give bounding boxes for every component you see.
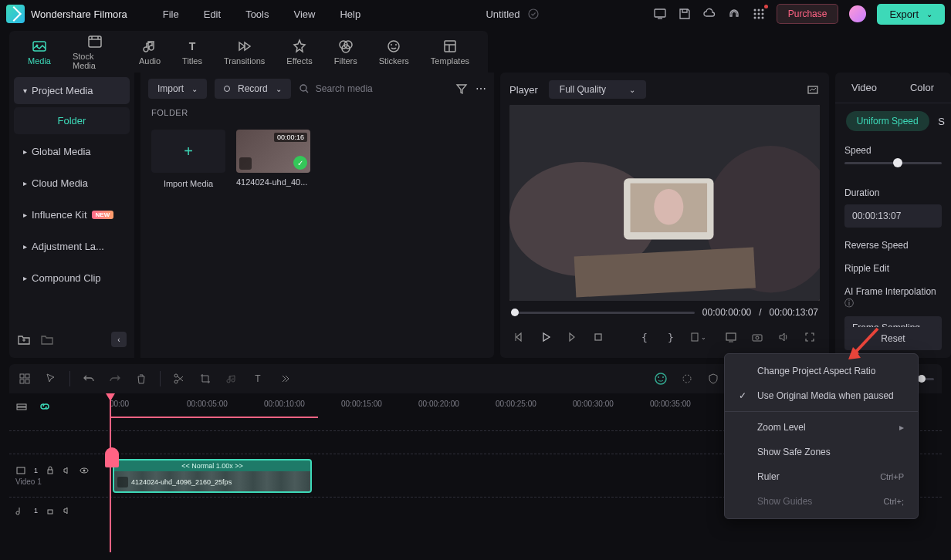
ctx-change-aspect-ratio[interactable]: Change Project Aspect Ratio — [725, 359, 918, 383]
duration-value[interactable]: 00:00:13:07 — [844, 204, 942, 228]
ctx-show-guides: Show GuidesCtrl+; — [725, 489, 918, 514]
split-icon[interactable] — [171, 371, 187, 386]
snapshot-mode-icon[interactable] — [806, 83, 820, 96]
record-dropdown[interactable]: Record⌄ — [215, 79, 291, 99]
import-media-tile[interactable]: + — [151, 130, 225, 173]
fullscreen-icon[interactable] — [800, 327, 820, 347]
timeline-add-track-icon[interactable] — [15, 400, 28, 413]
sidebar-adjustment-layer[interactable]: ▸Adjustment La... — [14, 232, 130, 261]
timeline-clip[interactable]: << Normal 1.00x >> 4124024-uhd_4096_2160… — [113, 459, 312, 493]
mark-in-button[interactable]: { — [635, 327, 655, 347]
folder-section-label: FOLDER — [140, 105, 494, 120]
layout-icon[interactable] — [17, 371, 32, 386]
tab-filters[interactable]: Filters — [323, 35, 368, 69]
import-dropdown[interactable]: Import⌄ — [148, 79, 207, 99]
shield-tool-icon[interactable] — [706, 371, 721, 386]
delete-icon[interactable] — [134, 371, 149, 386]
project-media-dropdown[interactable]: ▾Project Media — [14, 77, 130, 104]
audio-track-icon[interactable] — [15, 505, 26, 516]
display-settings-icon[interactable] — [721, 327, 741, 347]
save-icon[interactable] — [678, 7, 692, 21]
more-options-icon[interactable]: ⋯ — [476, 83, 486, 95]
more-tools-icon[interactable] — [276, 371, 292, 386]
cloud-icon[interactable] — [702, 7, 716, 21]
support-icon[interactable] — [727, 7, 741, 21]
document-title[interactable]: Untitled — [486, 8, 519, 20]
tab-transitions[interactable]: Transitions — [213, 35, 276, 69]
tab-video[interactable]: Video — [835, 73, 893, 103]
ctx-zoom-level[interactable]: Zoom Level▸ — [725, 415, 918, 440]
sidebar-cloud-media[interactable]: ▸Cloud Media — [14, 169, 130, 197]
effects-icon — [291, 38, 308, 55]
info-icon[interactable]: ⓘ — [844, 298, 854, 309]
display-icon[interactable] — [653, 7, 667, 21]
folder-view-icon[interactable] — [40, 332, 54, 346]
tab-stickers[interactable]: Stickers — [368, 35, 420, 69]
uniform-speed-tab[interactable]: Uniform Speed — [846, 111, 929, 131]
tab-audio[interactable]: Audio — [128, 35, 171, 69]
user-avatar[interactable] — [849, 5, 866, 22]
svg-rect-41 — [595, 334, 601, 340]
visibility-icon[interactable] — [80, 466, 89, 475]
search-media[interactable]: Search media — [299, 83, 448, 94]
quality-dropdown[interactable]: Full Quality⌄ — [549, 80, 646, 99]
play-button[interactable] — [536, 327, 556, 347]
stock-media-icon — [86, 33, 103, 50]
stop-button[interactable] — [588, 327, 608, 347]
mute-track-icon[interactable] — [63, 466, 72, 475]
reverse-speed-toggle[interactable]: Reverse Speed — [844, 240, 942, 251]
video-track-icon[interactable] — [15, 465, 26, 476]
volume-icon[interactable] — [773, 327, 794, 347]
mute-audio-icon[interactable] — [63, 506, 72, 515]
lock-audio-icon[interactable] — [46, 506, 55, 515]
media-clip[interactable]: 00:00:16 ✓ 4124024-uhd_40... — [236, 130, 310, 188]
ripple-edit-toggle[interactable]: Ripple Edit — [844, 263, 942, 274]
tab-media[interactable]: Media — [17, 35, 62, 69]
player-progress[interactable] — [511, 312, 695, 314]
ai-frame-label: AI Frame Interpolation ⓘ — [844, 286, 942, 310]
filter-icon[interactable] — [455, 83, 468, 95]
apps-icon[interactable] — [752, 7, 766, 21]
ai-icon[interactable] — [653, 371, 668, 386]
speed-slider[interactable] — [844, 162, 942, 164]
mark-out-button[interactable]: } — [661, 327, 681, 347]
sidebar-compound-clip[interactable]: ▸Compound Clip — [14, 264, 130, 292]
tab-templates[interactable]: Templates — [420, 35, 480, 69]
redo-icon[interactable] — [107, 371, 123, 386]
music-icon[interactable] — [224, 371, 239, 386]
next-frame-button[interactable] — [562, 327, 582, 347]
ctx-show-safe-zones[interactable]: Show Safe Zones — [725, 440, 918, 464]
menu-file[interactable]: File — [151, 8, 191, 20]
effects-tool-icon[interactable] — [679, 371, 695, 386]
crop-icon[interactable] — [198, 371, 213, 386]
prev-frame-button[interactable] — [509, 327, 530, 347]
tab-color[interactable]: Color — [893, 73, 951, 103]
purchase-button[interactable]: Purchase — [777, 4, 839, 24]
marker-dropdown[interactable]: ⌄ — [687, 327, 707, 347]
folder-tab[interactable]: Folder — [14, 107, 130, 134]
reset-button[interactable]: Reset — [844, 327, 942, 350]
sidebar-influence-kit[interactable]: ▸Influence KitNEW — [14, 201, 130, 229]
menu-tools[interactable]: Tools — [233, 8, 281, 20]
menu-view[interactable]: View — [281, 8, 327, 20]
menu-help[interactable]: Help — [327, 8, 373, 20]
lock-track-icon[interactable] — [46, 466, 55, 475]
tab-titles[interactable]: TTitles — [171, 35, 213, 69]
export-button[interactable]: Export⌄ — [877, 4, 945, 25]
selection-tool-icon[interactable] — [43, 371, 59, 386]
menu-edit[interactable]: Edit — [191, 8, 233, 20]
text-tool-icon[interactable]: T — [250, 371, 266, 386]
timeline-link-icon[interactable] — [39, 400, 51, 413]
undo-icon[interactable] — [81, 371, 96, 386]
snapshot-icon[interactable] — [747, 327, 767, 347]
new-folder-icon[interactable] — [17, 332, 31, 346]
ctx-ruler[interactable]: RulerCtrl+P — [725, 464, 918, 489]
speed-tab-partial[interactable]: S — [938, 116, 945, 127]
video-preview[interactable] — [509, 105, 820, 301]
sidebar-global-media[interactable]: ▸Global Media — [14, 137, 130, 166]
tab-stock-media[interactable]: Stock Media — [62, 30, 128, 73]
playhead[interactable] — [110, 393, 111, 552]
collapse-sidebar-button[interactable]: ‹ — [111, 332, 127, 347]
ctx-use-original-media[interactable]: ✓Use Original Media when paused — [725, 383, 918, 408]
tab-effects[interactable]: Effects — [276, 35, 323, 69]
